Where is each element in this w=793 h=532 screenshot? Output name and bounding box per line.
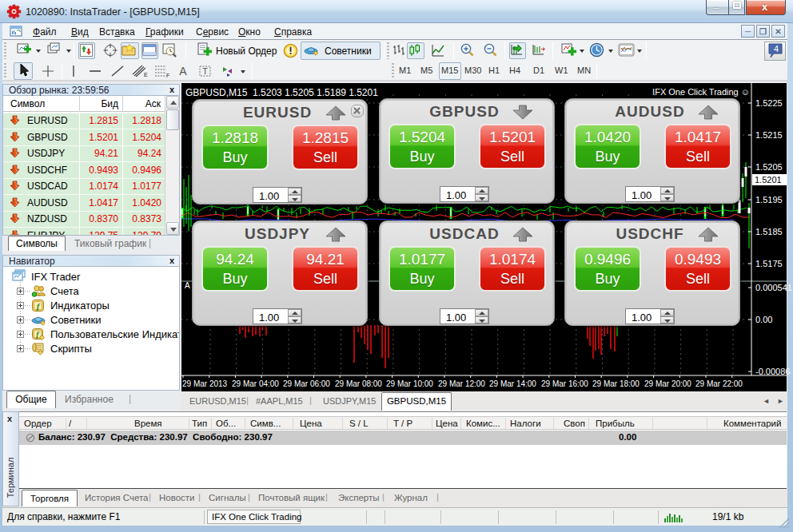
svg-text:F: F bbox=[166, 73, 169, 78]
svg-text:4: 4 bbox=[774, 44, 779, 54]
svg-text:T: T bbox=[202, 66, 208, 76]
svg-text:E: E bbox=[144, 72, 148, 77]
svg-text:A: A bbox=[179, 65, 187, 77]
